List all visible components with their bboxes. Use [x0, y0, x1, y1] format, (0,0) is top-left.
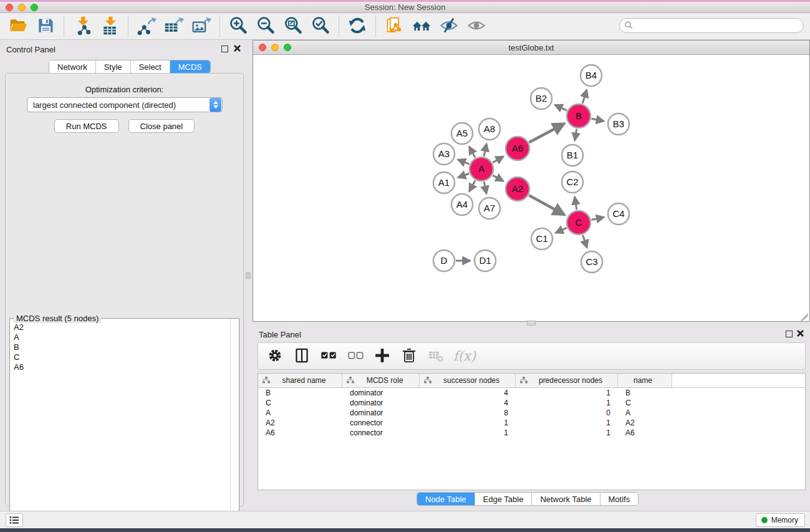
edge-B-B2[interactable] — [555, 105, 567, 110]
result-list-item[interactable]: B — [11, 342, 229, 352]
cell-predecessor-nodes[interactable]: 1 — [516, 418, 618, 428]
main-titlebar[interactable]: Session: New Session — [0, 2, 810, 13]
edge-C-C1[interactable] — [556, 228, 567, 233]
task-history-button[interactable] — [6, 513, 23, 527]
node-B2[interactable]: B2 — [531, 88, 552, 109]
edge-A-A1[interactable] — [458, 173, 470, 178]
criterion-select[interactable]: largest connected component (directed) — [27, 97, 223, 112]
table-row[interactable]: Bdominator41B — [258, 388, 805, 398]
node-A5[interactable]: A5 — [451, 123, 473, 144]
node-C2[interactable]: C2 — [562, 172, 583, 193]
gear-button[interactable] — [264, 346, 286, 367]
cell-predecessor-nodes[interactable]: 1 — [516, 428, 618, 438]
node-D1[interactable]: D1 — [475, 250, 496, 271]
vertical-splitter-handle[interactable] — [246, 273, 251, 279]
node-A8[interactable]: A8 — [479, 118, 500, 140]
deselect-all-button[interactable] — [345, 346, 366, 367]
node-B3[interactable]: B3 — [608, 114, 629, 135]
cell-successor-nodes[interactable]: 4 — [420, 398, 516, 408]
column-header-name[interactable]: name — [618, 374, 672, 387]
columns-button[interactable] — [291, 346, 312, 367]
cell-MCDS-role[interactable]: dominator — [342, 408, 420, 418]
tab-mcds[interactable]: MCDS — [170, 60, 210, 73]
node-A7[interactable]: A7 — [479, 198, 500, 219]
cell-name[interactable]: C — [618, 398, 672, 408]
table-row[interactable]: A2connector11A2 — [258, 418, 805, 428]
edge-B-B3[interactable] — [592, 118, 604, 121]
cell-shared-name[interactable]: C — [258, 398, 342, 408]
edge-B-B4[interactable] — [582, 90, 587, 104]
node-C3[interactable]: C3 — [581, 251, 602, 273]
edge-A-A7[interactable] — [484, 182, 486, 194]
column-header-successor-nodes[interactable]: successor nodes — [420, 374, 516, 387]
float-table-panel-icon[interactable] — [786, 331, 793, 337]
node-A[interactable]: A — [470, 157, 493, 181]
cell-successor-nodes[interactable]: 8 — [420, 408, 516, 418]
import-network-button[interactable] — [70, 15, 94, 37]
cell-name[interactable]: A2 — [618, 418, 672, 428]
zoom-selected-button[interactable] — [309, 15, 332, 37]
cell-shared-name[interactable]: B — [258, 388, 342, 398]
edge-A-A4[interactable] — [469, 180, 475, 191]
hide-eye-button[interactable] — [437, 15, 461, 37]
export-image-button[interactable] — [190, 15, 213, 37]
close-table-panel-icon[interactable] — [796, 329, 804, 337]
result-list-item[interactable]: C — [11, 352, 229, 362]
network-canvas[interactable]: B4B2BB3A8A5A6A3B1AA1C2A2A4A7C4CC1C3DD1 — [254, 56, 809, 321]
edge-C-C2[interactable] — [575, 197, 577, 210]
node-B1[interactable]: B1 — [562, 145, 583, 166]
node-A3[interactable]: A3 — [433, 143, 455, 165]
mcds-result-list[interactable]: A2ABCA6 — [11, 322, 229, 528]
edge-A2-C[interactable] — [529, 195, 564, 215]
node-D[interactable]: D — [433, 250, 455, 271]
cell-name[interactable]: A — [618, 408, 672, 418]
export-table-button[interactable] — [162, 15, 186, 37]
table-row[interactable]: Adominator80A — [258, 408, 805, 418]
node-B[interactable]: B — [567, 104, 591, 128]
edge-A-A5[interactable] — [469, 147, 475, 157]
edge-A-A2[interactable] — [493, 175, 503, 181]
node-A6[interactable]: A6 — [506, 137, 529, 160]
cell-MCDS-role[interactable]: connector — [342, 428, 420, 438]
column-header-MCDS-role[interactable]: MCDS role — [342, 374, 420, 387]
save-button[interactable] — [34, 15, 57, 37]
memory-button[interactable]: Memory — [756, 513, 805, 527]
run-mcds-button[interactable]: Run MCDS — [54, 119, 119, 133]
edge-A6-B[interactable] — [529, 123, 564, 142]
node-B4[interactable]: B4 — [581, 65, 602, 86]
add-row-button[interactable] — [372, 346, 393, 367]
select-all-button[interactable] — [318, 346, 339, 367]
zoom-in-button[interactable] — [226, 15, 250, 37]
network-view-window[interactable]: testGlobe.txt B4B2BB3A8A5A6A3B1AA1C2A2A4… — [253, 40, 810, 322]
window-resize-grip[interactable] — [799, 311, 808, 319]
open-folder-button[interactable] — [6, 15, 30, 37]
tab-node-table[interactable]: Node Table — [417, 493, 475, 505]
result-list-item[interactable]: A6 — [11, 362, 229, 372]
open-session-button[interactable] — [382, 15, 406, 37]
node-A1[interactable]: A1 — [433, 172, 455, 193]
close-panel-button[interactable]: Close panel — [128, 119, 195, 133]
node-table[interactable]: shared nameMCDS rolesuccessor nodesprede… — [258, 373, 806, 490]
cell-MCDS-role[interactable]: dominator — [342, 398, 420, 408]
home-network-button[interactable] — [410, 15, 433, 37]
node-A4[interactable]: A4 — [451, 194, 473, 215]
node-A2[interactable]: A2 — [506, 177, 529, 201]
table-row[interactable]: Cdominator41C — [258, 398, 805, 408]
edge-A-A8[interactable] — [484, 144, 486, 157]
edge-C-C3[interactable] — [583, 235, 587, 248]
node-C1[interactable]: C1 — [531, 228, 552, 249]
cell-successor-nodes[interactable]: 1 — [420, 428, 516, 438]
cell-shared-name[interactable]: A2 — [258, 418, 342, 428]
result-scrollbar[interactable] — [230, 319, 239, 529]
table-row[interactable]: A6connector11A6 — [258, 428, 805, 438]
edge-C-C4[interactable] — [592, 217, 604, 220]
cell-name[interactable]: A6 — [618, 428, 672, 438]
search-input[interactable] — [619, 18, 804, 33]
float-panel-icon[interactable] — [221, 46, 228, 52]
cell-name[interactable]: B — [618, 388, 672, 398]
delete-table-button[interactable] — [425, 346, 446, 367]
edge-A-A3[interactable] — [458, 160, 469, 164]
cell-predecessor-nodes[interactable]: 0 — [516, 408, 618, 418]
export-network-button[interactable] — [135, 15, 158, 37]
column-header-predecessor-nodes[interactable]: predecessor nodes — [516, 374, 618, 387]
